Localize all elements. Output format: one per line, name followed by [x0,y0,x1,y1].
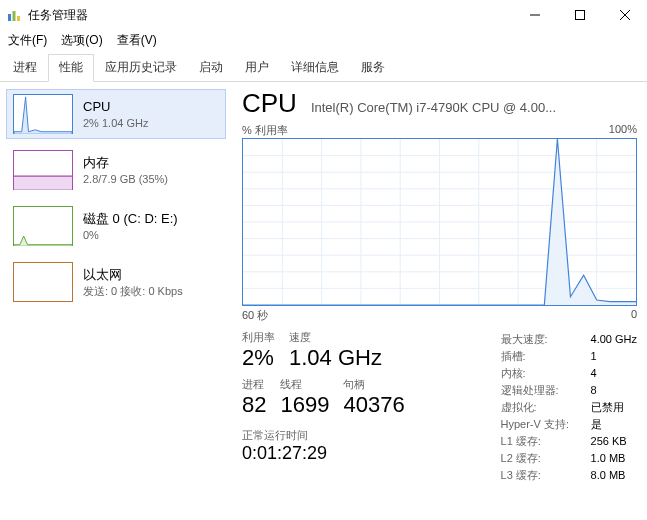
meta-l3-k: L3 缓存: [501,467,591,484]
stat-util-label: 利用率 [242,331,275,344]
panel-cpu-model: Intel(R) Core(TM) i7-4790K CPU @ 4.00... [311,100,556,115]
cpu-utilization-chart [242,138,637,306]
meta-hyperv-v: 是 [591,416,602,433]
tab-processes[interactable]: 进程 [2,54,48,82]
tab-startup[interactable]: 启动 [188,54,234,82]
meta-hyperv-k: Hyper-V 支持: [501,416,591,433]
menu-option[interactable]: 选项(O) [61,32,102,49]
svg-rect-4 [575,11,584,20]
svg-line-6 [620,10,630,20]
menu-file[interactable]: 文件(F) [8,32,47,49]
stat-proc-value: 82 [242,391,266,419]
menubar: 文件(F) 选项(O) 查看(V) [0,30,647,53]
cpu-meta: 最大速度:4.00 GHz 插槽:1 内核:4 逻辑处理器:8 虚拟化:已禁用 … [501,331,637,484]
sidebar-item-cpu[interactable]: CPU 2% 1.04 GHz [6,89,226,139]
ethernet-thumb-icon [13,262,73,302]
panel-title: CPU [242,88,297,119]
meta-maxspeed-v: 4.00 GHz [591,331,637,348]
tab-performance[interactable]: 性能 [48,54,94,82]
stat-util-value: 2% [242,344,275,372]
sidebar-mem-sub: 2.8/7.9 GB (35%) [83,172,168,186]
chart-bottomright-label: 0 [631,308,637,323]
meta-l1-v: 256 KB [591,433,627,450]
sidebar-cpu-sub: 2% 1.04 GHz [83,116,148,130]
tab-services[interactable]: 服务 [350,54,396,82]
stat-handle-label: 句柄 [343,378,404,391]
meta-lprocs-v: 8 [591,382,597,399]
sidebar-cpu-title: CPU [83,98,148,116]
titlebar: 任务管理器 [0,0,647,30]
svg-rect-2 [17,16,20,21]
menu-view[interactable]: 查看(V) [117,32,157,49]
chart-topright-label: 100% [609,123,637,138]
stat-thread-value: 1699 [280,391,329,419]
performance-panel: CPU Intel(R) Core(TM) i7-4790K CPU @ 4.0… [232,82,647,520]
window-title: 任务管理器 [28,7,88,24]
tab-apphistory[interactable]: 应用历史记录 [94,54,188,82]
meta-virt-v: 已禁用 [591,399,624,416]
sidebar-net-title: 以太网 [83,266,183,284]
maximize-button[interactable] [557,0,602,30]
stat-speed-value: 1.04 GHz [289,344,382,372]
sidebar-item-memory[interactable]: 内存 2.8/7.9 GB (35%) [6,145,226,195]
meta-virt-k: 虚拟化: [501,399,591,416]
performance-sidebar: CPU 2% 1.04 GHz 内存 2.8/7.9 GB (35%) [0,82,232,520]
minimize-button[interactable] [512,0,557,30]
meta-l2-k: L2 缓存: [501,450,591,467]
svg-rect-0 [8,14,11,21]
chart-bottomleft-label: 60 秒 [242,308,268,323]
meta-l2-v: 1.0 MB [591,450,626,467]
meta-l3-v: 8.0 MB [591,467,626,484]
sidebar-mem-title: 内存 [83,154,168,172]
stat-uptime-value: 0:01:27:29 [242,443,405,464]
memory-thumb-icon [13,150,73,190]
stat-uptime-label: 正常运行时间 [242,428,405,443]
meta-cores-k: 内核: [501,365,591,382]
stat-thread-label: 线程 [280,378,329,391]
chart-topleft-label: % 利用率 [242,123,288,138]
meta-sockets-k: 插槽: [501,348,591,365]
sidebar-disk-title: 磁盘 0 (C: D: E:) [83,210,178,228]
sidebar-disk-sub: 0% [83,228,178,242]
close-button[interactable] [602,0,647,30]
meta-sockets-v: 1 [591,348,597,365]
cpu-thumb-icon [13,94,73,134]
sidebar-item-disk[interactable]: 磁盘 0 (C: D: E:) 0% [6,201,226,251]
app-icon [6,7,22,23]
stat-speed-label: 速度 [289,331,382,344]
meta-l1-k: L1 缓存: [501,433,591,450]
disk-thumb-icon [13,206,73,246]
tabstrip: 进程 性能 应用历史记录 启动 用户 详细信息 服务 [0,53,647,82]
tab-details[interactable]: 详细信息 [280,54,350,82]
meta-lprocs-k: 逻辑处理器: [501,382,591,399]
stat-proc-label: 进程 [242,378,266,391]
svg-rect-7 [14,176,72,190]
window-controls [512,0,647,30]
tab-users[interactable]: 用户 [234,54,280,82]
sidebar-net-sub: 发送: 0 接收: 0 Kbps [83,284,183,298]
svg-line-5 [620,10,630,20]
meta-maxspeed-k: 最大速度: [501,331,591,348]
meta-cores-v: 4 [591,365,597,382]
stat-handle-value: 40376 [343,391,404,419]
svg-rect-1 [13,11,16,21]
sidebar-item-ethernet[interactable]: 以太网 发送: 0 接收: 0 Kbps [6,257,226,307]
